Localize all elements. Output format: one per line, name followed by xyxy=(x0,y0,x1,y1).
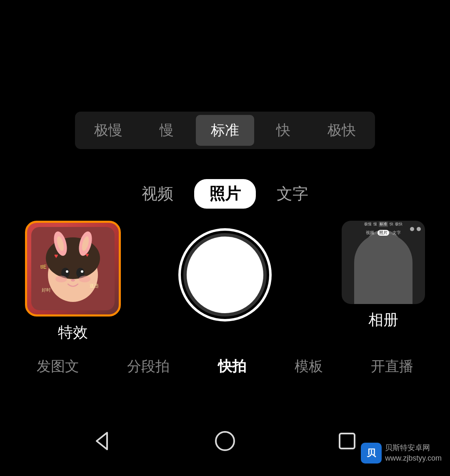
tab-text[interactable]: 文字 xyxy=(277,183,308,204)
watermark-icon: 贝 xyxy=(361,443,382,464)
home-button[interactable] xyxy=(212,429,238,455)
mode-post[interactable]: 发图文 xyxy=(28,353,88,380)
tab-photo[interactable]: 照片 xyxy=(194,179,256,209)
svg-text:好时: 好时 xyxy=(42,287,51,292)
svg-point-11 xyxy=(71,279,75,282)
watermark-site: www.zjbstyy.com xyxy=(385,453,442,464)
svg-point-13 xyxy=(79,276,90,282)
album-label: 相册 xyxy=(368,310,398,330)
watermark: 贝 贝斯特安卓网 www.zjbstyy.com xyxy=(361,443,442,464)
back-button[interactable] xyxy=(90,429,115,455)
recents-button[interactable] xyxy=(335,429,360,455)
mode-live[interactable]: 开直播 xyxy=(362,353,422,380)
svg-text:送违: 送违 xyxy=(90,283,99,288)
mode-template[interactable]: 模板 xyxy=(286,353,331,380)
tab-video[interactable]: 视频 xyxy=(142,183,173,204)
speed-fast[interactable]: 快 xyxy=(254,115,312,146)
watermark-text: 贝斯特安卓网 www.zjbstyy.com xyxy=(385,443,442,464)
svg-point-9 xyxy=(66,270,68,273)
capture-mode-tabs: 视频 照片 文字 xyxy=(142,179,308,209)
speed-slow[interactable]: 慢 xyxy=(138,115,196,146)
speed-standard[interactable]: 标准 xyxy=(196,115,254,146)
svg-text:♥: ♥ xyxy=(85,252,89,258)
special-effect-label: 特效 xyxy=(58,322,88,343)
special-effect-thumbnail: ♥ ♥ tIE 送违 好时 xyxy=(25,221,121,317)
mode-segment[interactable]: 分段拍 xyxy=(119,353,178,380)
svg-marker-19 xyxy=(97,433,107,449)
svg-text:♥: ♥ xyxy=(54,252,58,259)
speed-selector: 极慢 慢 标准 快 极快 xyxy=(75,112,375,149)
shutter-button[interactable] xyxy=(183,233,267,317)
watermark-brand: 贝斯特安卓网 xyxy=(385,443,442,453)
mode-quick-snap[interactable]: 快拍 xyxy=(210,353,255,380)
speed-very-fast[interactable]: 极快 xyxy=(312,115,371,146)
svg-point-12 xyxy=(55,276,67,282)
album-button[interactable]: 极慢慢标准快极快 视频照片文字 相册 xyxy=(342,221,425,330)
speed-very-slow[interactable]: 极慢 xyxy=(79,115,138,146)
bottom-mode-nav: 发图文 分段拍 快拍 模板 开直播 xyxy=(0,353,450,380)
special-effect-art: ♥ ♥ tIE 送违 好时 xyxy=(27,223,119,314)
svg-point-10 xyxy=(81,270,83,273)
svg-rect-21 xyxy=(340,434,355,449)
special-effect-button[interactable]: ♥ ♥ tIE 送违 好时 特效 xyxy=(25,221,121,343)
svg-text:tIE: tIE xyxy=(40,264,47,270)
album-thumbnail: 极慢慢标准快极快 视频照片文字 xyxy=(342,221,425,304)
svg-point-20 xyxy=(216,432,234,450)
